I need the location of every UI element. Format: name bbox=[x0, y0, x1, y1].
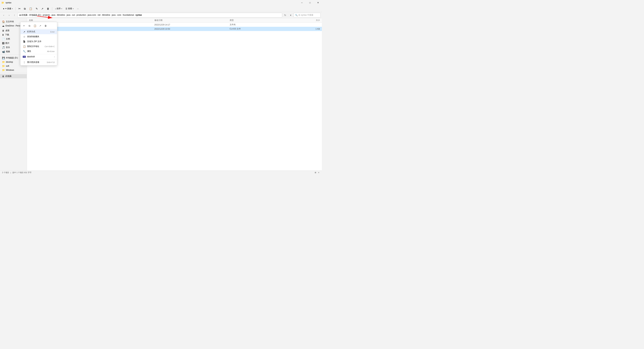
file-row-template[interactable]: 📁 template 2022/12/29 14:17 文件夹 bbox=[27, 23, 322, 27]
more-button[interactable]: ··· bbox=[76, 7, 80, 11]
ctx-winrar-arrow: › bbox=[54, 56, 55, 58]
cut-button[interactable]: ✂ bbox=[17, 7, 22, 11]
ctx-open-icon: ↗ bbox=[23, 31, 26, 33]
sidebar-home-label: 主文件夹 bbox=[6, 20, 14, 23]
status-selected: 选中 1 个项目 631 字节 bbox=[12, 171, 32, 174]
ctx-delete-button[interactable]: 🗑 bbox=[43, 24, 48, 28]
status-items: 2 个项目 bbox=[2, 171, 9, 174]
sort-button[interactable]: ↕ 排序 ▾ bbox=[54, 7, 64, 11]
ctx-share-button[interactable]: ↗ bbox=[38, 24, 42, 28]
address-path[interactable]: 🖥 此电脑 › 本地磁盘 (D:) › projects › java › it… bbox=[18, 13, 282, 18]
header-date[interactable]: 修改日期 bbox=[154, 19, 230, 22]
desktop-icon: 🖥 bbox=[2, 29, 4, 32]
ctx-favorite-item[interactable]: ☆ 添加到收藏夹 bbox=[20, 34, 57, 39]
search-icon: 🔍 bbox=[295, 14, 298, 16]
view-grid-button[interactable]: ⊞ bbox=[314, 171, 317, 174]
sidebar-pictures-label: 图片 bbox=[6, 42, 10, 45]
context-menu: ✂ ⧉ 📋 ↗ 🗑 ↗ 打开方式 Enter ☆ 添加到收藏夹 🗜 压缩为 ZI… bbox=[20, 22, 57, 66]
sidebar-windows-label: Windows bbox=[6, 69, 14, 71]
ctx-copy-button[interactable]: ⧉ bbox=[27, 24, 32, 28]
share-button[interactable]: ↗ bbox=[40, 7, 45, 11]
sidebar-desktop-label: 桌面 bbox=[6, 29, 10, 32]
sidebar-documents-label: 文档 bbox=[6, 38, 10, 41]
ctx-properties-item[interactable]: 🔧 属性 Alt+Enter bbox=[20, 49, 57, 54]
copy-button[interactable]: ⧉ bbox=[22, 7, 27, 11]
ctx-more-options-item[interactable]: ⋮ 显示更多选项 Shift+F10 bbox=[20, 60, 57, 65]
ctx-copy-path-icon: 📋 bbox=[23, 45, 26, 48]
minimize-button[interactable]: ─ bbox=[298, 0, 306, 6]
ctx-paste-button[interactable]: 📋 bbox=[32, 24, 37, 28]
this-pc-icon: 🖥 bbox=[2, 75, 4, 78]
context-menu-toolbar: ✂ ⧉ 📋 ↗ 🗑 bbox=[20, 23, 57, 29]
ctx-more-options-label: 显示更多选项 bbox=[27, 61, 39, 64]
file-date-comments: 2022/12/29 10:50 bbox=[154, 28, 230, 30]
sort-icon: ↕ bbox=[55, 8, 56, 10]
back-button[interactable]: ‹ bbox=[1, 13, 6, 18]
view-list-button[interactable]: ≡ bbox=[318, 171, 320, 174]
downloads-icon: ⬇ bbox=[2, 34, 4, 36]
pc-icon: 🖥 bbox=[19, 14, 21, 16]
develop-icon: 📁 bbox=[2, 61, 5, 63]
copy-icon: ⧉ bbox=[24, 7, 26, 10]
breadcrumb: 此电脑 › 本地磁盘 (D:) › projects › java › itti… bbox=[22, 14, 142, 17]
ctx-separator-2 bbox=[20, 59, 57, 60]
file-size-comments: 1 KB bbox=[280, 28, 320, 30]
sidebar-develop-label: develop bbox=[6, 61, 13, 63]
view-button[interactable]: ☰ 查看 ▾ bbox=[64, 7, 75, 11]
paste-icon: 📋 bbox=[29, 7, 32, 10]
sort-label: 排序 bbox=[56, 7, 60, 10]
new-label: ✦ 新建 bbox=[5, 7, 11, 10]
file-header: 名称 修改日期 类型 大小 bbox=[27, 18, 322, 23]
restore-button[interactable]: □ bbox=[306, 0, 314, 6]
window-controls: ─ □ ✕ bbox=[298, 0, 322, 6]
ctx-zip-icon: 🗜 bbox=[23, 40, 26, 43]
sidebar-videos-label: 视频 bbox=[6, 50, 10, 53]
rename-icon: ✎ bbox=[36, 7, 38, 10]
sidebar-local-disk-label: 本地磁盘 (D:) bbox=[6, 57, 18, 59]
header-size[interactable]: 大小 bbox=[280, 19, 320, 22]
onedrive-icon: ☁ bbox=[2, 25, 4, 27]
rename-button[interactable]: ✎ bbox=[34, 7, 39, 11]
new-icon: ✦ bbox=[3, 8, 5, 10]
file-row-comments[interactable]: 📄 Comments.class 2022/12/29 10:50 CLASS … bbox=[27, 27, 322, 31]
view-label: 查看 bbox=[68, 7, 72, 10]
videos-icon: 📹 bbox=[2, 50, 5, 53]
ctx-open-item[interactable]: ↗ 打开方式 Enter bbox=[20, 29, 57, 34]
ctx-winrar-label: WinRAR bbox=[27, 56, 35, 58]
local-disk-icon: 💾 bbox=[2, 57, 5, 59]
sidebar-item-windows[interactable]: 📁 Windows bbox=[0, 68, 27, 72]
separator-1 bbox=[16, 7, 16, 11]
new-button[interactable]: ✦ ✦ 新建 ▾ bbox=[1, 7, 14, 11]
ctx-zip-item[interactable]: 🗜 压缩为 ZIP 文件 bbox=[20, 39, 57, 44]
header-type[interactable]: 类型 bbox=[230, 19, 280, 22]
ctx-more-options-shortcut: Shift+F10 bbox=[47, 61, 55, 63]
sidebar-soft-label: soft bbox=[6, 65, 9, 67]
ctx-copy-path-item[interactable]: 📋 复制文件地址 Ctrl+Shift+C bbox=[20, 44, 57, 49]
separator-2 bbox=[52, 7, 52, 11]
up-button[interactable]: ↑ bbox=[12, 13, 17, 18]
header-name[interactable]: 名称 bbox=[29, 19, 154, 22]
ctx-favorite-label: 添加到收藏夹 bbox=[27, 35, 39, 38]
sidebar-music-label: 音乐 bbox=[6, 46, 10, 49]
ctx-winrar-item[interactable]: W WinRAR › bbox=[20, 55, 57, 59]
ctx-open-shortcut: Enter bbox=[50, 31, 55, 33]
file-type-template: 文件夹 bbox=[230, 23, 280, 26]
delete-button[interactable]: 🗑 bbox=[46, 7, 51, 11]
refresh-button[interactable]: ↻ bbox=[283, 13, 288, 18]
ctx-cut-button[interactable]: ✂ bbox=[22, 24, 26, 28]
address-dropdown-button[interactable]: ▾ bbox=[288, 13, 293, 18]
paste-button[interactable]: 📋 bbox=[28, 7, 34, 11]
close-button[interactable]: ✕ bbox=[314, 0, 322, 6]
sort-dropdown-icon: ▾ bbox=[61, 8, 62, 10]
sidebar-item-this-pc[interactable]: 🖥 此电脑 bbox=[0, 74, 27, 78]
ctx-copy-path-shortcut: Ctrl+Shift+C bbox=[44, 46, 55, 48]
windows-icon: 📁 bbox=[2, 69, 5, 71]
ctx-favorite-icon: ☆ bbox=[23, 35, 26, 38]
search-box[interactable]: 🔍 在 syntax 中搜索 bbox=[294, 13, 320, 18]
ctx-properties-label: 属性 bbox=[27, 50, 31, 53]
forward-button[interactable]: › bbox=[7, 13, 12, 18]
file-type-comments: CLASS 文件 bbox=[230, 28, 280, 30]
file-area: 名称 修改日期 类型 大小 📁 template 2022/12/29 14:1… bbox=[27, 18, 322, 170]
view-dropdown-icon: ▾ bbox=[73, 8, 74, 10]
delete-icon: 🗑 bbox=[47, 7, 49, 10]
